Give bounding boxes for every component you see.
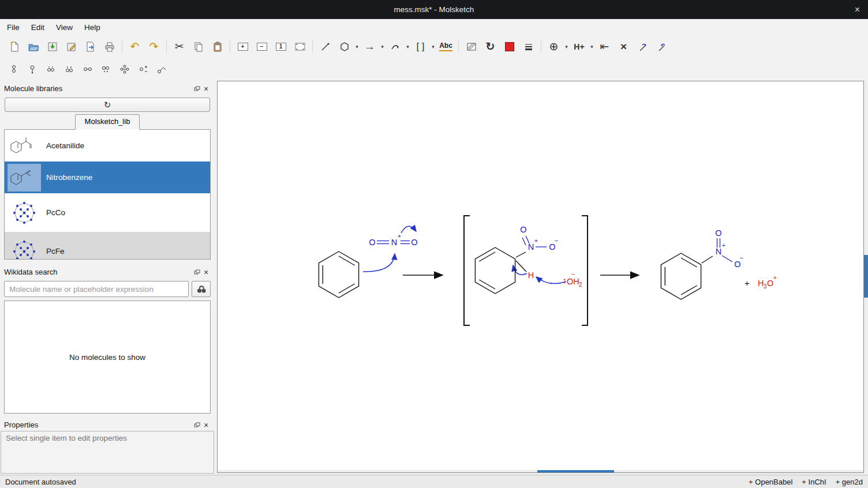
library-item-nitrobenzene[interactable]: Nitrobenzene — [5, 162, 210, 193]
open-file-button[interactable] — [24, 38, 43, 55]
hydrogen-icon: H+ — [574, 43, 584, 51]
menu-view[interactable]: View — [50, 21, 78, 34]
cut-button[interactable]: ✂ — [170, 38, 189, 55]
atom-label-o: O — [411, 238, 417, 247]
menu-file[interactable]: File — [1, 21, 25, 34]
save-as-button[interactable] — [62, 38, 81, 55]
reactant-benzene[interactable] — [319, 251, 358, 298]
zoom-out-button[interactable]: − — [252, 38, 271, 55]
wikidata-panel-title: Wikidata search — [4, 268, 57, 276]
fragment-tool-6-icon — [101, 64, 111, 74]
paste-button[interactable] — [208, 38, 227, 55]
attacking-water[interactable]: OH 2 − — [564, 271, 582, 288]
save-as-icon — [66, 41, 77, 52]
fragment-tool-2-button[interactable] — [23, 61, 42, 77]
reaction-arrow-button[interactable]: → — [360, 38, 379, 55]
print-button[interactable] — [100, 38, 119, 55]
color-picker-button[interactable] — [500, 38, 519, 55]
reaction-drawing[interactable]: O N + O — [218, 81, 863, 470]
arrow-to-bar-tool-button[interactable]: ⇤ — [595, 38, 614, 55]
mechanism-tool-1-button[interactable] — [633, 38, 652, 55]
copy-button[interactable] — [189, 38, 208, 55]
redo-button[interactable]: ↷ — [144, 38, 163, 55]
charge-tool-button[interactable]: ⊕ — [544, 38, 563, 55]
atom-label-h: H — [528, 271, 534, 280]
charge-plus: + — [722, 242, 725, 249]
hatch-tool-button[interactable] — [462, 38, 481, 55]
rotate-tool-button[interactable]: ↻ — [481, 38, 500, 55]
fragment-tool-6-button[interactable] — [97, 61, 115, 77]
libraries-close-button[interactable]: × — [201, 84, 211, 93]
fragment-tool-9-button[interactable] — [152, 61, 171, 77]
zoom-original-button[interactable]: 1 — [271, 38, 290, 55]
undo-icon: ↶ — [130, 41, 140, 52]
zoom-fit-button[interactable] — [290, 38, 309, 55]
nitronium-ion[interactable]: O N + O — [369, 233, 417, 247]
menu-help[interactable]: Help — [78, 21, 106, 34]
new-file-icon — [9, 41, 20, 52]
line-width-button[interactable] — [519, 38, 538, 55]
mechanism-tool-2-button[interactable] — [652, 38, 671, 55]
atom-label-o: O — [520, 225, 526, 234]
fragment-tool-4-button[interactable] — [60, 61, 78, 77]
canvas-hscrollbar-thumb[interactable] — [537, 470, 614, 472]
new-file-button[interactable] — [5, 38, 24, 55]
wikidata-empty-text: No molecules to show — [69, 353, 145, 362]
toolbar-separator — [122, 40, 122, 53]
fragment-tool-8-button[interactable] — [134, 61, 152, 77]
arenium-intermediate[interactable]: O N + O − H — [475, 225, 558, 294]
zoom-out-icon: − — [257, 43, 267, 51]
tab-molsketch-lib[interactable]: Molsketch_lib — [75, 114, 140, 130]
atom-label-o: O — [715, 228, 721, 238]
fragment-tool-5-button[interactable] — [78, 61, 97, 77]
wikidata-close-button[interactable]: × — [201, 268, 211, 277]
export-button[interactable] — [81, 38, 100, 55]
wikidata-float-button[interactable] — [192, 268, 201, 277]
undo-button[interactable]: ↶ — [125, 38, 144, 55]
draw-bond-tool-button[interactable] — [316, 38, 335, 55]
charge-tool-dropdown[interactable]: ▾ — [563, 44, 570, 50]
library-item-label: Nitrobenzene — [46, 173, 92, 182]
lone-pair-dot — [564, 282, 565, 283]
wikidata-search-input[interactable] — [4, 281, 189, 297]
library-item-label: Acetanilide — [46, 141, 84, 150]
hydrogen-tool-dropdown[interactable]: ▾ — [589, 44, 595, 50]
hydronium-product[interactable]: + H 3 O + — [744, 275, 777, 290]
library-item-pcco[interactable]: PcCo — [5, 193, 210, 232]
drawing-canvas[interactable]: O N + O — [217, 81, 864, 473]
properties-float-button[interactable] — [192, 421, 201, 430]
window-close-button[interactable]: × — [855, 0, 860, 19]
delete-tool-button[interactable]: × — [614, 38, 633, 55]
molecule-libraries-panel: Molecule libraries × ↻ Molsketch_lib Ace… — [0, 82, 215, 264]
wikidata-search-button[interactable] — [192, 281, 211, 297]
menu-edit[interactable]: Edit — [25, 21, 50, 34]
libraries-float-button[interactable] — [192, 84, 201, 93]
save-button[interactable] — [43, 38, 62, 55]
ring-tool-button[interactable] — [335, 38, 354, 55]
zoom-in-button[interactable]: + — [233, 38, 252, 55]
zoom-in-icon: + — [238, 43, 248, 51]
curved-arrow-dropdown[interactable]: ▾ — [405, 44, 411, 50]
library-item-pcfe[interactable]: PcFe — [5, 232, 210, 260]
fragment-tool-3-button[interactable] — [42, 61, 60, 77]
charge-minus: − — [555, 237, 558, 244]
canvas-hscrollbar[interactable] — [218, 470, 863, 472]
fragment-tool-1-button[interactable] — [5, 61, 23, 77]
fragment-tool-7-button[interactable] — [115, 61, 134, 77]
libraries-refresh-button[interactable]: ↻ — [5, 97, 210, 112]
bracket-tool-dropdown[interactable]: ▾ — [430, 44, 436, 50]
library-item-acetanilide[interactable]: Acetanilide — [5, 130, 210, 162]
text-tool-button[interactable]: Abc — [436, 38, 455, 55]
reaction-arrow-dropdown[interactable]: ▾ — [379, 44, 386, 50]
bracket-tool-button[interactable]: [ ] — [411, 38, 430, 55]
canvas-vscrollbar[interactable] — [864, 81, 868, 473]
hydrogen-tool-button[interactable]: H+ — [570, 38, 589, 55]
print-icon — [104, 41, 115, 52]
product-nitrobenzene[interactable]: O N + O − — [661, 228, 743, 299]
properties-close-button[interactable]: × — [201, 421, 211, 430]
curved-arrow-button[interactable] — [386, 38, 405, 55]
molecule-library-list: Acetanilide Nitrobenzene PcCo — [4, 129, 211, 260]
atom-label-n: N — [528, 242, 534, 251]
canvas-vscrollbar-thumb[interactable] — [864, 255, 868, 298]
ring-tool-dropdown[interactable]: ▾ — [354, 44, 360, 50]
